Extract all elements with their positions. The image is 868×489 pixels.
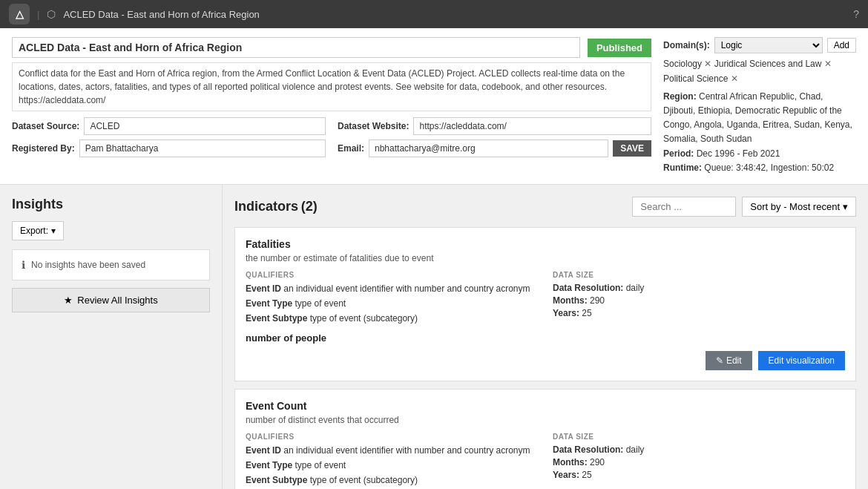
qualifier-event-type: Event Type type of event (246, 298, 538, 310)
bottom-section: Insights Export: ▾ ℹ No insights have be… (0, 185, 868, 489)
datasize-years-fatalities: Years: 25 (553, 308, 845, 318)
edit-button-fatalities[interactable]: ✎ Edit (706, 351, 752, 370)
datasize-section-fatalities: DATA SIZE Data Resolution: daily Months:… (553, 271, 845, 321)
datasize-heading-fatalities: DATA SIZE (553, 271, 845, 279)
source-label: Dataset Source: (12, 121, 79, 131)
domains-label: Domain(s): (663, 38, 710, 53)
email-input[interactable] (369, 140, 608, 157)
indicator-card-eventcount: Event Count number of distinct events th… (234, 389, 856, 489)
runtime-value: Queue: 3:48:42, Ingestion: 50:02 (704, 163, 834, 173)
dataset-right: Domain(s): Logic Add Sociology ✕ Juridic… (663, 37, 856, 175)
source-input[interactable] (84, 117, 326, 135)
datasize-heading-eventcount: DATA SIZE (553, 433, 845, 441)
qualifiers-heading-fatalities: QUALIFIERS (246, 271, 538, 279)
period-label: Period: (663, 148, 694, 159)
indicator-actions-fatalities: ✎ Edit Edit visualization (246, 351, 845, 370)
no-insights-box: ℹ No insights have been saved (12, 249, 210, 280)
domain-select[interactable]: Logic (714, 37, 823, 53)
qualifiers-section-eventcount: QUALIFIERS Event ID an individual event … (246, 433, 538, 488)
main-content: Published Conflict data for the East and… (0, 28, 868, 489)
qualifier-event-type-ec: Event Type type of event (246, 459, 538, 472)
tag-law-remove[interactable]: ✕ (824, 59, 832, 69)
no-insights-text: No insights have been saved (31, 260, 145, 270)
sort-chevron-icon: ▾ (843, 201, 848, 212)
edit-viz-button-fatalities[interactable]: Edit visualization (758, 351, 845, 370)
tag-poli-sci: Political Science (663, 73, 728, 84)
insights-sidebar: Insights Export: ▾ ℹ No insights have be… (0, 185, 223, 489)
registered-field: Registered By: (12, 140, 326, 157)
registered-label: Registered By: (12, 143, 75, 154)
export-label: Export: (20, 226, 48, 236)
edit-label-fatalities: Edit (726, 355, 742, 366)
tag-sociology: Sociology (663, 59, 702, 69)
dataset-description[interactable]: Conflict data for the East and Horn of A… (12, 62, 651, 111)
email-label: Email: (338, 143, 364, 154)
tag-law: Juridical Sciences and Law (714, 59, 822, 69)
region-label: Region: (663, 91, 697, 102)
dataset-left: Published Conflict data for the East and… (12, 37, 651, 175)
search-input[interactable] (632, 197, 736, 217)
region-row: Region: Central African Republic, Chad, … (663, 90, 856, 147)
period-row: Period: Dec 1996 - Feb 2021 (663, 147, 856, 161)
top-bar: △ | ⬡ ACLED Data - East and Horn of Afri… (0, 0, 868, 28)
indicator-name-fatalities: Fatalities (246, 238, 845, 250)
indicator-body-eventcount: QUALIFIERS Event ID an individual event … (246, 433, 845, 488)
sort-label: Sort by - Most recent (750, 201, 840, 212)
tag-sociology-remove[interactable]: ✕ (704, 59, 711, 69)
email-field: Email: SAVE (338, 140, 651, 157)
website-input[interactable] (413, 117, 651, 135)
indicators-controls: Sort by - Most recent ▾ (632, 197, 856, 217)
indicators-title: Indicators (234, 199, 298, 214)
runtime-label: Runtime: (663, 163, 702, 173)
star-icon: ★ (64, 295, 73, 306)
qualifier-event-subtype: Event Subtype type of event (subcategory… (246, 312, 538, 325)
export-chevron-icon: ▾ (51, 226, 56, 236)
tag-polisci-remove[interactable]: ✕ (731, 73, 738, 84)
datasize-months-fatalities: Months: 290 (553, 295, 845, 306)
indicators-count: (2) (301, 199, 318, 214)
indicators-panel: Indicators (2) Sort by - Most recent ▾ F… (223, 185, 868, 489)
qualifiers-heading-eventcount: QUALIFIERS (246, 433, 538, 441)
meta-info: Region: Central African Republic, Chad, … (663, 90, 856, 175)
datasize-section-eventcount: DATA SIZE Data Resolution: daily Months:… (553, 433, 845, 482)
info-icon: ℹ (22, 259, 25, 271)
dataset-title-input[interactable] (12, 37, 580, 58)
qualifier-event-id-ec: Event ID an individual event identifier … (246, 444, 538, 457)
review-all-insights-button[interactable]: ★ Review All Insights (12, 288, 210, 312)
add-domain-button[interactable]: Add (827, 38, 856, 53)
website-label: Dataset Website: (338, 121, 409, 131)
qualifier-event-subtype-ec: Event Subtype type of event (subcategory… (246, 474, 538, 487)
secondary-name-fatalities: number of people (246, 332, 845, 344)
tags-section: Sociology ✕ Juridical Sciences and Law ✕… (663, 56, 856, 87)
insights-title: Insights (12, 197, 210, 212)
indicators-header: Indicators (2) Sort by - Most recent ▾ (234, 197, 856, 217)
source-field: Dataset Source: (12, 117, 326, 135)
domain-row: Domain(s): Logic Add (663, 37, 856, 53)
dataset-title-row: Published (12, 37, 651, 58)
indicator-body-fatalities: QUALIFIERS Event ID an individual event … (246, 271, 845, 326)
logo[interactable]: △ (9, 4, 30, 24)
review-label: Review All Insights (77, 295, 157, 306)
qualifier-event-id: Event ID an individual event identifier … (246, 283, 538, 295)
indicator-desc-fatalities: the number or estimate of fatalities due… (246, 253, 845, 263)
website-field: Dataset Website: (338, 117, 651, 135)
help-button[interactable]: ? (853, 8, 859, 20)
registered-input[interactable] (79, 140, 326, 157)
indicator-name-eventcount: Event Count (246, 400, 845, 412)
save-button[interactable]: SAVE (613, 140, 651, 157)
page-title: ACLED Data - East and Horn of Africa Reg… (63, 9, 259, 20)
dataset-section: Published Conflict data for the East and… (0, 28, 868, 185)
period-value: Dec 1996 - Feb 2021 (697, 148, 780, 159)
datasize-months-ec: Months: 290 (553, 457, 845, 467)
sort-button[interactable]: Sort by - Most recent ▾ (742, 197, 856, 217)
datasize-years-ec: Years: 25 (553, 470, 845, 480)
dataset-icon: ⬡ (47, 8, 56, 20)
edit-icon-fatalities: ✎ (716, 355, 723, 366)
indicator-card-fatalities: Fatalities the number or estimate of fat… (234, 227, 856, 381)
dataset-fields-row2: Registered By: Email: SAVE (12, 140, 651, 157)
qualifiers-section-fatalities: QUALIFIERS Event ID an individual event … (246, 271, 538, 326)
export-button[interactable]: Export: ▾ (12, 221, 64, 240)
published-badge[interactable]: Published (588, 39, 651, 57)
datasize-resolution-fatalities: Data Resolution: daily (553, 283, 845, 293)
indicator-desc-eventcount: number of distinct events that occurred (246, 415, 845, 425)
